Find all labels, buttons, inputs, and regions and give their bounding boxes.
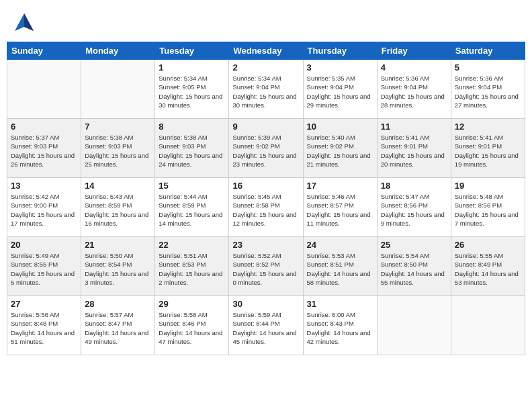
- day-info: Sunrise: 5:35 AMSunset: 9:04 PMDaylight:…: [307, 74, 373, 109]
- day-info: Sunrise: 5:38 AMSunset: 9:03 PMDaylight:…: [159, 133, 225, 169]
- calendar-cell: 29Sunrise: 5:58 AMSunset: 8:46 PMDayligh…: [155, 296, 229, 355]
- day-info: Sunrise: 6:00 AMSunset: 8:43 PMDaylight:…: [307, 310, 373, 346]
- calendar-cell: [81, 60, 155, 119]
- calendar-cell: 17Sunrise: 5:46 AMSunset: 8:57 PMDayligh…: [303, 178, 377, 237]
- day-info: Sunrise: 5:58 AMSunset: 8:46 PMDaylight:…: [159, 310, 225, 346]
- day-number: 5: [455, 62, 521, 73]
- calendar-header: SundayMondayTuesdayWednesdayThursdayFrid…: [7, 42, 525, 60]
- day-number: 2: [232, 62, 299, 73]
- weekday-header-wednesday: Wednesday: [229, 42, 303, 60]
- calendar-cell: 11Sunrise: 5:41 AMSunset: 9:01 PMDayligh…: [377, 119, 451, 178]
- day-number: 8: [159, 122, 225, 132]
- day-number: 11: [381, 122, 447, 132]
- day-info: Sunrise: 5:41 AMSunset: 9:01 PMDaylight:…: [455, 133, 521, 169]
- weekday-header-sunday: Sunday: [7, 42, 81, 60]
- day-info: Sunrise: 5:42 AMSunset: 9:00 PMDaylight:…: [11, 192, 77, 228]
- day-info: Sunrise: 5:47 AMSunset: 8:56 PMDaylight:…: [381, 192, 447, 228]
- day-number: 27: [11, 299, 77, 309]
- calendar-table: SundayMondayTuesdayWednesdayThursdayFrid…: [7, 42, 525, 355]
- day-number: 7: [85, 122, 151, 132]
- calendar-cell: 23Sunrise: 5:52 AMSunset: 8:52 PMDayligh…: [229, 237, 303, 296]
- calendar-cell: 6Sunrise: 5:37 AMSunset: 9:03 PMDaylight…: [7, 119, 81, 178]
- day-info: Sunrise: 5:34 AMSunset: 9:05 PMDaylight:…: [159, 74, 225, 109]
- day-info: Sunrise: 5:57 AMSunset: 8:47 PMDaylight:…: [85, 310, 151, 346]
- day-info: Sunrise: 5:51 AMSunset: 8:53 PMDaylight:…: [159, 251, 225, 287]
- day-info: Sunrise: 5:46 AMSunset: 8:57 PMDaylight:…: [307, 192, 373, 228]
- day-info: Sunrise: 5:54 AMSunset: 8:50 PMDaylight:…: [381, 251, 447, 287]
- calendar-cell: 16Sunrise: 5:45 AMSunset: 8:58 PMDayligh…: [229, 178, 303, 237]
- calendar-week-5: 27Sunrise: 5:56 AMSunset: 8:48 PMDayligh…: [7, 296, 525, 355]
- weekday-header-saturday: Saturday: [451, 42, 525, 60]
- day-info: Sunrise: 5:56 AMSunset: 8:48 PMDaylight:…: [11, 310, 77, 346]
- calendar-week-1: 1Sunrise: 5:34 AMSunset: 9:05 PMDaylight…: [7, 60, 525, 119]
- weekday-header-tuesday: Tuesday: [155, 42, 229, 60]
- calendar-cell: 4Sunrise: 5:36 AMSunset: 9:04 PMDaylight…: [377, 60, 451, 119]
- day-info: Sunrise: 5:49 AMSunset: 8:55 PMDaylight:…: [11, 251, 77, 287]
- day-info: Sunrise: 5:53 AMSunset: 8:51 PMDaylight:…: [307, 251, 373, 287]
- day-number: 31: [307, 299, 373, 309]
- day-number: 26: [455, 240, 521, 250]
- day-number: 17: [307, 181, 373, 191]
- day-number: 20: [11, 240, 77, 250]
- weekday-header-row: SundayMondayTuesdayWednesdayThursdayFrid…: [7, 42, 525, 60]
- calendar-week-3: 13Sunrise: 5:42 AMSunset: 9:00 PMDayligh…: [7, 178, 525, 237]
- day-info: Sunrise: 5:37 AMSunset: 9:03 PMDaylight:…: [11, 133, 77, 169]
- calendar-cell: 13Sunrise: 5:42 AMSunset: 9:00 PMDayligh…: [7, 178, 81, 237]
- calendar-cell: [377, 296, 451, 355]
- calendar-cell: 1Sunrise: 5:34 AMSunset: 9:05 PMDaylight…: [155, 60, 229, 119]
- day-number: 14: [85, 181, 151, 191]
- day-number: 25: [381, 240, 447, 250]
- day-number: 24: [307, 240, 373, 250]
- day-info: Sunrise: 5:44 AMSunset: 8:59 PMDaylight:…: [159, 192, 225, 228]
- calendar-cell: 5Sunrise: 5:36 AMSunset: 9:04 PMDaylight…: [451, 60, 525, 119]
- day-info: Sunrise: 5:50 AMSunset: 8:54 PMDaylight:…: [85, 251, 151, 287]
- day-number: 22: [159, 240, 225, 250]
- day-number: 28: [85, 299, 151, 309]
- day-number: 9: [232, 122, 299, 132]
- day-number: 29: [159, 299, 225, 309]
- day-number: 10: [307, 122, 373, 132]
- day-info: Sunrise: 5:34 AMSunset: 9:04 PMDaylight:…: [232, 74, 299, 109]
- calendar-cell: 14Sunrise: 5:43 AMSunset: 8:59 PMDayligh…: [81, 178, 155, 237]
- day-info: Sunrise: 5:59 AMSunset: 8:44 PMDaylight:…: [232, 310, 299, 346]
- calendar-cell: 24Sunrise: 5:53 AMSunset: 8:51 PMDayligh…: [303, 237, 377, 296]
- calendar-cell: 25Sunrise: 5:54 AMSunset: 8:50 PMDayligh…: [377, 237, 451, 296]
- calendar-cell: 21Sunrise: 5:50 AMSunset: 8:54 PMDayligh…: [81, 237, 155, 296]
- calendar-cell: 9Sunrise: 5:39 AMSunset: 9:02 PMDaylight…: [229, 119, 303, 178]
- day-number: 3: [307, 62, 373, 73]
- day-info: Sunrise: 5:45 AMSunset: 8:58 PMDaylight:…: [232, 192, 299, 228]
- day-info: Sunrise: 5:48 AMSunset: 8:56 PMDaylight:…: [455, 192, 521, 228]
- calendar-cell: 3Sunrise: 5:35 AMSunset: 9:04 PMDaylight…: [303, 60, 377, 119]
- day-number: 1: [159, 62, 225, 73]
- calendar-cell: 7Sunrise: 5:38 AMSunset: 9:03 PMDaylight…: [81, 119, 155, 178]
- day-info: Sunrise: 5:41 AMSunset: 9:01 PMDaylight:…: [381, 133, 447, 169]
- logo: [13, 12, 39, 36]
- weekday-header-thursday: Thursday: [303, 42, 377, 60]
- day-info: Sunrise: 5:36 AMSunset: 9:04 PMDaylight:…: [381, 74, 447, 109]
- day-number: 13: [11, 181, 77, 191]
- page-header: [7, 7, 525, 39]
- calendar-cell: 31Sunrise: 6:00 AMSunset: 8:43 PMDayligh…: [303, 296, 377, 355]
- calendar-cell: 19Sunrise: 5:48 AMSunset: 8:56 PMDayligh…: [451, 178, 525, 237]
- day-number: 21: [85, 240, 151, 250]
- weekday-header-friday: Friday: [377, 42, 451, 60]
- calendar-cell: 2Sunrise: 5:34 AMSunset: 9:04 PMDaylight…: [229, 60, 303, 119]
- svg-marker-1: [24, 13, 34, 31]
- calendar-cell: 22Sunrise: 5:51 AMSunset: 8:53 PMDayligh…: [155, 237, 229, 296]
- logo-bird-icon: [13, 12, 35, 36]
- calendar-cell: 26Sunrise: 5:55 AMSunset: 8:49 PMDayligh…: [451, 237, 525, 296]
- day-number: 30: [232, 299, 299, 309]
- calendar-cell: 28Sunrise: 5:57 AMSunset: 8:47 PMDayligh…: [81, 296, 155, 355]
- day-info: Sunrise: 5:43 AMSunset: 8:59 PMDaylight:…: [85, 192, 151, 228]
- calendar-cell: 8Sunrise: 5:38 AMSunset: 9:03 PMDaylight…: [155, 119, 229, 178]
- day-info: Sunrise: 5:55 AMSunset: 8:49 PMDaylight:…: [455, 251, 521, 287]
- calendar-body: 1Sunrise: 5:34 AMSunset: 9:05 PMDaylight…: [7, 60, 525, 355]
- day-info: Sunrise: 5:39 AMSunset: 9:02 PMDaylight:…: [232, 133, 299, 169]
- calendar-week-2: 6Sunrise: 5:37 AMSunset: 9:03 PMDaylight…: [7, 119, 525, 178]
- calendar-cell: [7, 60, 81, 119]
- day-info: Sunrise: 5:36 AMSunset: 9:04 PMDaylight:…: [455, 74, 521, 109]
- weekday-header-monday: Monday: [81, 42, 155, 60]
- calendar-cell: 20Sunrise: 5:49 AMSunset: 8:55 PMDayligh…: [7, 237, 81, 296]
- calendar-cell: 12Sunrise: 5:41 AMSunset: 9:01 PMDayligh…: [451, 119, 525, 178]
- day-number: 15: [159, 181, 225, 191]
